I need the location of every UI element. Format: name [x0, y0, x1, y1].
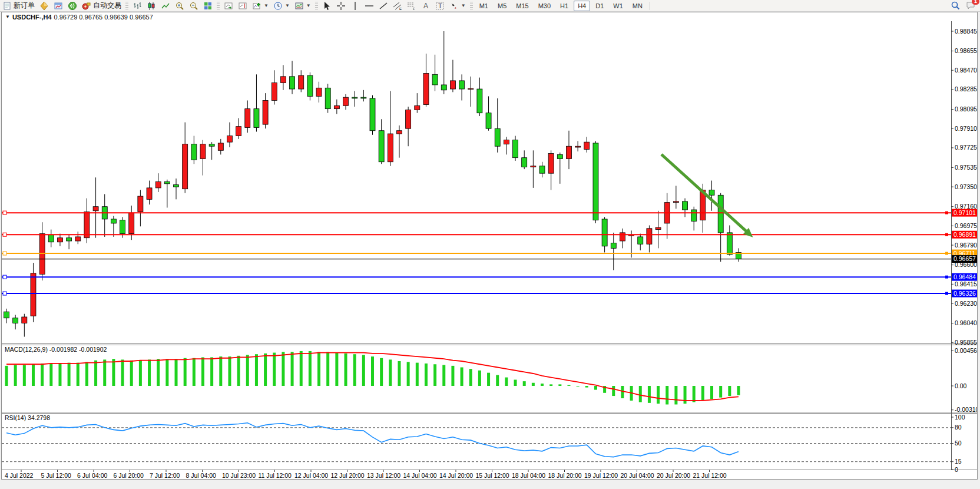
candle-body-down — [174, 185, 179, 187]
svg-text:E: E — [399, 7, 402, 11]
candle-body-up — [84, 212, 90, 238]
new-chart-button[interactable] — [51, 1, 65, 11]
timeframe-button-h4[interactable]: H4 — [574, 1, 590, 11]
auto-scroll-button[interactable] — [221, 1, 236, 11]
macd-bar — [416, 363, 419, 386]
line-handle[interactable] — [945, 233, 948, 236]
candle-body-up — [22, 317, 27, 323]
macd-bar — [594, 386, 597, 390]
timeframe-button-d1[interactable]: D1 — [591, 1, 608, 11]
svg-text:A: A — [423, 2, 428, 10]
notifications-button[interactable]: 1 — [966, 1, 975, 10]
price-tag: 0.97101 — [952, 209, 977, 217]
alerts-button[interactable] — [37, 1, 51, 11]
macd-bar — [737, 386, 740, 395]
timeframe-button-h1[interactable]: H1 — [556, 1, 572, 11]
line-handle[interactable] — [945, 212, 948, 214]
price-chart[interactable]: 0.988450.986550.984700.982850.980950.979… — [2, 21, 977, 479]
text-icon: A — [421, 1, 431, 11]
candle-body-up — [138, 196, 143, 212]
macd-bar — [210, 357, 213, 386]
candle-body-down — [164, 181, 170, 184]
line-handle[interactable] — [945, 292, 948, 295]
price-tick-label: 0.96230 — [955, 300, 977, 307]
line-handle[interactable] — [945, 276, 948, 279]
timeframe-button-m1[interactable]: M1 — [475, 1, 492, 11]
line-chart-button[interactable] — [158, 1, 173, 11]
candle-body-up — [504, 140, 509, 144]
macd-bar — [94, 361, 97, 386]
fibonacci-icon: F — [407, 1, 416, 11]
equidistant-channel-button[interactable]: E — [390, 1, 405, 11]
tile-windows-button[interactable] — [201, 1, 215, 11]
timeframe-button-m15[interactable]: M15 — [512, 1, 532, 11]
candle-body-down — [111, 219, 116, 223]
line-handle[interactable] — [945, 252, 948, 255]
chart-title-row: ▼ USDCHF-,H4 0.96729 0.96765 0.96639 0.9… — [2, 12, 977, 21]
horizontal-line-icon — [365, 1, 374, 11]
signals-button[interactable] — [65, 1, 80, 11]
arrows-icon — [449, 1, 459, 11]
line-handle[interactable] — [3, 211, 6, 214]
candle-body-up — [415, 105, 420, 110]
macd-bar — [461, 368, 463, 386]
templates-button[interactable]: ▼ — [292, 1, 313, 11]
auto-trading-button[interactable]: 自动交易 — [80, 1, 124, 11]
horizontal-line-button[interactable] — [362, 1, 376, 11]
line-handle[interactable] — [3, 292, 6, 295]
search-icon[interactable] — [951, 1, 960, 10]
line-handle[interactable] — [3, 233, 6, 236]
macd-bar — [201, 357, 204, 386]
text-label-button[interactable]: T — [433, 1, 447, 11]
macd-bar — [148, 359, 151, 386]
candle-body-down — [432, 74, 438, 85]
macd-bar — [523, 381, 526, 386]
arrows-button[interactable]: ▼ — [447, 1, 468, 11]
price-tick-label: 0.98095 — [955, 105, 977, 113]
zoom-in-button[interactable] — [173, 1, 187, 11]
time-tick-label: 8 Jul 04:00 — [186, 472, 217, 479]
time-tick-label: 11 Jul 12:00 — [259, 472, 292, 479]
svg-text:0.97101: 0.97101 — [953, 209, 976, 216]
candlestick-chart-icon — [147, 1, 156, 11]
timeframe-button-m30[interactable]: M30 — [534, 1, 555, 11]
macd-bar — [442, 365, 445, 386]
macd-bar — [317, 352, 320, 386]
text-button[interactable]: A — [419, 1, 433, 11]
candle-body-down — [611, 243, 616, 249]
crosshair-button[interactable] — [334, 1, 348, 11]
timeframe-button-w1[interactable]: W1 — [609, 1, 627, 11]
candle-body-up — [423, 74, 429, 105]
toolbar-grip — [315, 2, 318, 10]
time-tick-label: 20 Jul 04:00 — [621, 472, 654, 479]
periods-button[interactable]: ▼ — [271, 1, 292, 11]
timeframe-button-mn[interactable]: MN — [628, 1, 647, 11]
candlestick-chart-button[interactable] — [144, 1, 158, 11]
candle-body-up — [39, 234, 45, 275]
bar-chart-button[interactable] — [130, 1, 144, 11]
candle-body-up — [272, 82, 277, 100]
timeframe-button-m5[interactable]: M5 — [494, 1, 511, 11]
cursor-button[interactable] — [320, 1, 334, 11]
macd-bar — [693, 386, 696, 402]
candle-body-up — [673, 201, 678, 203]
trendline-button[interactable] — [376, 1, 390, 11]
line-handle[interactable] — [3, 252, 6, 255]
indicators-button[interactable]: ▼ — [250, 1, 271, 11]
price-tick-label: 0.96975 — [955, 222, 977, 229]
macd-bar — [407, 362, 410, 386]
price-tick-label: 0.97535 — [955, 164, 977, 171]
macd-bar — [648, 386, 651, 403]
new-order-button[interactable]: 新订单 — [0, 1, 37, 11]
collapse-icon[interactable]: ▼ — [5, 14, 10, 19]
vertical-line-button[interactable] — [348, 1, 362, 11]
fibonacci-button[interactable]: F — [405, 1, 419, 11]
macd-bar — [193, 358, 196, 386]
zoom-out-button[interactable] — [187, 1, 201, 11]
chart-shift-button[interactable] — [236, 1, 250, 11]
line-handle[interactable] — [3, 275, 6, 279]
candle-body-down — [459, 81, 465, 89]
svg-text:0.96891: 0.96891 — [953, 231, 976, 238]
time-tick-label: 21 Jul 12:00 — [693, 472, 727, 479]
macd-bar — [85, 362, 88, 386]
